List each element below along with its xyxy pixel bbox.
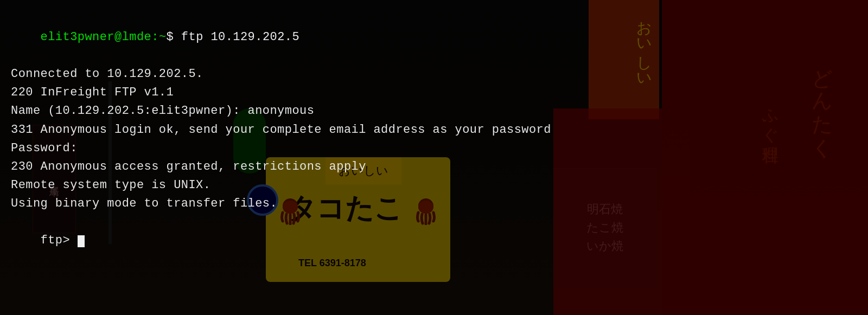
output-name: Name (10.129.202.5:elit3pwner): anonymou… [11,102,857,120]
ftp-prompt-line[interactable]: ftp> [11,213,857,268]
prompt-directory: ~ [159,30,167,44]
prompt-at: @ [114,30,122,44]
terminal-prompt-line: elit3pwner@lmde:~$ ftp 10.129.202.5 [11,10,857,65]
output-remote: Remote system type is UNIX. [11,176,857,195]
output-anon-ok: 331 Anonymous login ok, send your comple… [11,121,857,139]
ftp-prompt-text: ftp> [41,234,78,247]
prompt-dollar: $ [167,30,181,44]
terminal-window: elit3pwner@lmde:~$ ftp 10.129.202.5 Conn… [0,0,868,315]
output-connected: Connected to 10.129.202.5. [11,65,857,83]
ftp-command: ftp 10.129.202.5 [181,30,299,44]
prompt-hostname: lmde [122,30,152,44]
output-banner: 220 InFreight FTP v1.1 [11,83,857,102]
prompt-username: elit3pwner [41,30,114,44]
output-access: 230 Anonymous access granted, restrictio… [11,158,857,176]
output-password: Password: [11,139,857,158]
prompt-separator: : [151,30,159,44]
output-binary: Using binary mode to transfer files. [11,195,857,213]
terminal-cursor [78,235,85,247]
